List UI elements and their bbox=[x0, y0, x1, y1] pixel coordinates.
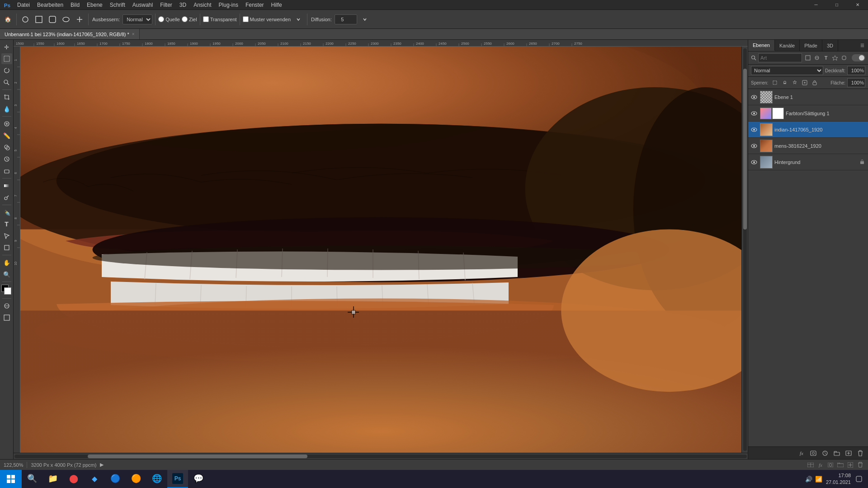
blend-mode-select[interactable]: Normal bbox=[751, 66, 823, 75]
layer-visibility-hintergrund[interactable] bbox=[750, 154, 758, 170]
tab-pfade[interactable]: Pfade bbox=[800, 40, 822, 51]
menu-filter[interactable]: Filter bbox=[156, 0, 176, 10]
tool-option-4[interactable] bbox=[74, 14, 85, 25]
filter-shape-button[interactable] bbox=[831, 54, 839, 62]
muster-option[interactable]: Muster verwenden bbox=[243, 16, 291, 22]
marquee-tool[interactable] bbox=[1, 53, 12, 64]
menu-datei[interactable]: Datei bbox=[14, 0, 33, 10]
history-tool[interactable] bbox=[1, 154, 12, 164]
menu-plugins[interactable]: Plug-ins bbox=[215, 0, 242, 10]
diffusion-input[interactable]: 5 bbox=[335, 14, 357, 24]
tab-ebenen[interactable]: Ebenen bbox=[748, 40, 775, 51]
fill-input[interactable]: 100% bbox=[847, 78, 865, 87]
fx-button[interactable]: fx bbox=[797, 448, 807, 458]
hscroll-thumb[interactable] bbox=[88, 455, 307, 458]
add-adjustment-button[interactable] bbox=[820, 448, 830, 458]
text-tool[interactable]: T bbox=[1, 219, 12, 230]
taskbar-photoshop[interactable]: Ps bbox=[167, 470, 188, 488]
tool-option-3[interactable] bbox=[60, 14, 72, 25]
layer-visibility-ebene1[interactable] bbox=[750, 89, 758, 105]
panel-menu-button[interactable]: ☰ bbox=[858, 42, 866, 50]
canvas-image-area[interactable] bbox=[20, 47, 741, 453]
lock-transparent-button[interactable] bbox=[771, 79, 779, 87]
ausbessern-select[interactable]: Normal bbox=[123, 14, 152, 24]
lock-all-button[interactable] bbox=[811, 79, 819, 87]
menu-ebene[interactable]: Ebene bbox=[83, 0, 106, 10]
minimize-button[interactable]: ─ bbox=[806, 0, 826, 10]
add-mask-button[interactable] bbox=[808, 448, 818, 458]
tab-close-button[interactable]: × bbox=[132, 32, 135, 37]
brush-tool[interactable]: ✏️ bbox=[1, 130, 12, 141]
start-button[interactable] bbox=[0, 470, 22, 488]
tool-option-2[interactable] bbox=[47, 14, 58, 25]
eraser-tool[interactable] bbox=[1, 165, 12, 176]
filter-smart-button[interactable] bbox=[840, 54, 848, 62]
layers-search-input[interactable] bbox=[758, 53, 802, 62]
lock-artboard-button[interactable] bbox=[801, 79, 809, 87]
hand-tool[interactable]: ✋ bbox=[1, 257, 12, 268]
layer-visibility-mens[interactable] bbox=[750, 138, 758, 154]
delete-layer-button[interactable] bbox=[855, 448, 865, 458]
group-icon[interactable] bbox=[836, 461, 844, 469]
home-button[interactable]: 🏠 bbox=[2, 14, 14, 25]
spot-heal-tool[interactable] bbox=[1, 118, 12, 129]
dodge-tool[interactable] bbox=[1, 192, 12, 203]
eyedropper-tool[interactable]: 💧 bbox=[1, 103, 12, 114]
mask-icon[interactable] bbox=[826, 461, 835, 469]
lock-pixels-button[interactable] bbox=[781, 79, 789, 87]
menu-3d[interactable]: 3D bbox=[176, 0, 190, 10]
notification-button[interactable] bbox=[854, 470, 863, 488]
filter-pixel-button[interactable] bbox=[804, 54, 812, 62]
arrange-icon[interactable] bbox=[807, 461, 815, 469]
taskbar-app4[interactable]: 🟠 bbox=[126, 470, 146, 488]
speaker-icon[interactable]: 🔊 bbox=[805, 476, 812, 483]
quick-select-tool[interactable] bbox=[1, 77, 12, 88]
crop-tool[interactable] bbox=[1, 92, 12, 103]
move-tool[interactable]: ✛ bbox=[1, 42, 12, 52]
filter-adjustment-button[interactable] bbox=[813, 54, 821, 62]
create-group-button[interactable] bbox=[832, 448, 842, 458]
taskbar-file-explorer[interactable]: 📁 bbox=[42, 470, 63, 488]
fx-icon[interactable]: fx bbox=[816, 461, 825, 469]
vertical-scrollbar[interactable] bbox=[741, 47, 748, 453]
delete-icon[interactable] bbox=[856, 461, 864, 469]
taskbar-app7[interactable]: 💬 bbox=[188, 470, 209, 488]
lasso-tool[interactable] bbox=[1, 65, 12, 76]
taskbar-search[interactable]: 🔍 bbox=[22, 470, 42, 488]
menu-ansicht[interactable]: Ansicht bbox=[190, 0, 215, 10]
foreground-color-swatch[interactable] bbox=[1, 285, 12, 296]
path-tool[interactable]: ✒️ bbox=[1, 207, 12, 218]
horizontal-scrollbar[interactable] bbox=[14, 453, 748, 459]
gradient-tool[interactable] bbox=[1, 180, 12, 191]
transparent-option[interactable]: Transparent bbox=[203, 16, 237, 22]
network-icon[interactable]: 📶 bbox=[815, 476, 822, 483]
vscroll-track[interactable] bbox=[743, 48, 747, 451]
ziel-option[interactable]: Ziel bbox=[182, 16, 197, 22]
menu-auswahl[interactable]: Auswahl bbox=[129, 0, 156, 10]
taskbar-app1[interactable]: ⬤ bbox=[63, 470, 84, 488]
filter-toggle-button[interactable] bbox=[852, 54, 865, 61]
menu-hilfe[interactable]: Hilfe bbox=[268, 0, 286, 10]
brush-preset-button[interactable] bbox=[19, 14, 31, 25]
tool-option-1[interactable] bbox=[33, 14, 45, 25]
muster-dropdown-button[interactable] bbox=[292, 14, 304, 25]
quick-mask-button[interactable] bbox=[1, 300, 12, 311]
screen-mode-button[interactable] bbox=[1, 312, 12, 323]
diffusion-dropdown-button[interactable] bbox=[359, 14, 371, 25]
clock-display[interactable]: 17:08 27.01.2021 bbox=[826, 472, 851, 486]
close-button[interactable]: ✕ bbox=[847, 0, 868, 10]
layer-visibility-indian[interactable] bbox=[750, 122, 758, 138]
layer-row[interactable]: mens-3816224_1920 bbox=[748, 138, 868, 154]
filter-text-button[interactable]: T bbox=[822, 54, 830, 62]
document-tab[interactable]: Unbenannt-1 bei 123% (indian-1417065_192… bbox=[0, 29, 140, 39]
maximize-button[interactable]: □ bbox=[826, 0, 847, 10]
status-arrow[interactable]: ▶ bbox=[100, 462, 104, 468]
taskbar-app2[interactable]: ◆ bbox=[84, 470, 105, 488]
layer-row[interactable]: Hintergrund bbox=[748, 154, 868, 170]
zoom-tool[interactable]: 🔍 bbox=[1, 269, 12, 280]
menu-bearbeiten[interactable]: Bearbeiten bbox=[33, 0, 67, 10]
layer-row[interactable]: Ebene 1 bbox=[748, 89, 868, 105]
menu-bild[interactable]: Bild bbox=[67, 0, 83, 10]
menu-fenster[interactable]: Fenster bbox=[242, 0, 268, 10]
layer-visibility-farbton[interactable] bbox=[750, 105, 758, 122]
